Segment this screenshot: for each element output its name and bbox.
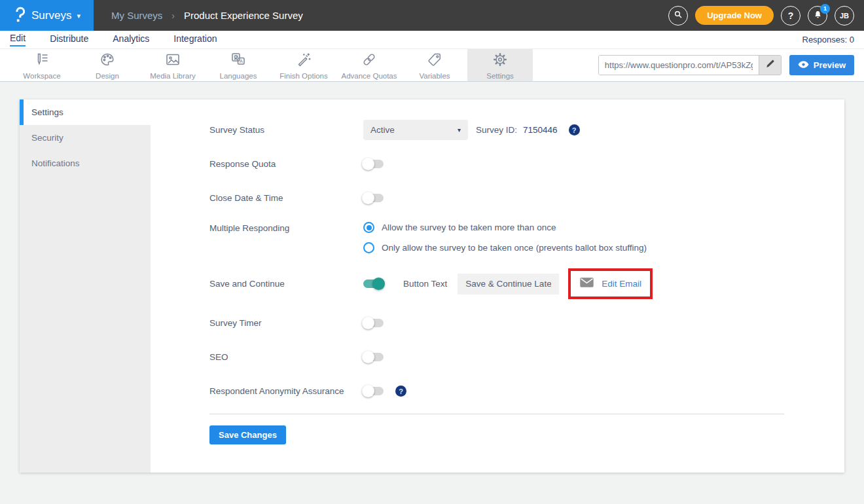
sidebar-item-label: Security — [31, 133, 63, 143]
seo-toggle[interactable] — [363, 353, 384, 361]
save-continue-row: Save and Continue Button Text Edit Email — [209, 268, 844, 299]
breadcrumb-separator-icon: › — [171, 10, 175, 21]
toolbar-tab-design[interactable]: Design — [75, 49, 140, 81]
multiple-responding-label: Multiple Responding — [209, 222, 363, 233]
survey-url-group — [598, 55, 782, 75]
divider — [209, 414, 784, 414]
radio-option-multiple[interactable]: Allow the survey to be taken more than o… — [363, 222, 647, 233]
translate-icon: A — [230, 51, 247, 71]
survey-url-input[interactable] — [599, 56, 759, 75]
edit-toolbar: Workspace Design Media Library — [0, 49, 864, 82]
radio-unselected-icon — [363, 242, 374, 253]
radio-option-label: Allow the survey to be taken more than o… — [382, 223, 556, 232]
close-date-toggle[interactable] — [363, 194, 384, 202]
toolbar-tab-workspace[interactable]: Workspace — [9, 49, 75, 81]
sidebar-item-label: Settings — [31, 107, 63, 117]
survey-status-value: Active — [370, 125, 395, 135]
upgrade-now-button[interactable]: Upgrade Now — [695, 6, 774, 25]
close-date-label: Close Date & Time — [209, 193, 363, 203]
seo-label: SEO — [209, 352, 363, 362]
survey-id-label: Survey ID: — [476, 125, 517, 135]
response-quota-toggle[interactable] — [363, 160, 384, 168]
toolbar-tab-variables[interactable]: Variables — [402, 49, 467, 81]
sidebar-item-settings[interactable]: Settings — [20, 99, 151, 125]
notifications-button[interactable]: 1 — [808, 6, 827, 26]
toolbar-tab-label: Finish Options — [279, 72, 328, 80]
toolbar-tab-label: Workspace — [23, 72, 60, 80]
survey-timer-row: Survey Timer — [209, 313, 844, 333]
multiple-responding-row: Multiple Responding Allow the survey to … — [209, 222, 844, 253]
magic-wand-icon — [295, 51, 312, 71]
toolbar-tab-languages[interactable]: A Languages — [206, 49, 271, 81]
preview-button[interactable]: Preview — [789, 55, 854, 75]
save-continue-label: Save and Continue — [209, 279, 363, 289]
settings-main: Survey Status Active ▾ Survey ID: 715044… — [151, 99, 844, 473]
edit-email-highlight: Edit Email — [568, 268, 653, 299]
preview-label: Preview — [814, 60, 846, 70]
toolbar-tab-label: Settings — [486, 72, 514, 80]
breadcrumb-parent[interactable]: My Surveys — [111, 10, 162, 21]
avatar-initials: JB — [840, 12, 849, 20]
toggle-knob — [362, 317, 374, 329]
toolbar-tab-label: Languages — [220, 72, 257, 80]
tab-distribute[interactable]: Distribute — [50, 33, 88, 46]
radio-option-label: Only allow the survey to be taken once (… — [382, 243, 647, 253]
app-switcher[interactable]: Surveys ▾ — [0, 0, 94, 31]
toolbar-tab-settings[interactable]: Settings — [467, 49, 533, 81]
tab-edit[interactable]: Edit — [10, 33, 26, 46]
topbar-actions: Upgrade Now ? 1 JB — [668, 6, 864, 26]
survey-id: Survey ID: 7150446 ? — [476, 124, 580, 135]
search-button[interactable] — [668, 6, 688, 26]
chain-link-icon — [361, 51, 378, 71]
section-nav: Edit Distribute Analytics Integration Re… — [0, 31, 864, 49]
sidebar-item-label: Notifications — [31, 158, 80, 168]
sidebar-item-notifications[interactable]: Notifications — [20, 151, 151, 176]
tag-icon — [426, 51, 443, 71]
survey-status-label: Survey Status — [209, 125, 363, 135]
content-area: Settings Security Notifications Survey S… — [0, 82, 864, 504]
avatar[interactable]: JB — [835, 6, 854, 26]
survey-timer-toggle[interactable] — [363, 319, 384, 327]
response-quota-label: Response Quota — [209, 159, 363, 169]
toggle-knob — [362, 385, 374, 397]
survey-status-dropdown[interactable]: Active ▾ — [363, 120, 468, 140]
multiple-responding-options: Allow the survey to be taken more than o… — [363, 222, 647, 253]
anonymity-toggle[interactable] — [363, 387, 384, 395]
breadcrumb: My Surveys › Product Experience Survey — [111, 10, 303, 21]
question-mark-icon: ? — [788, 10, 794, 21]
envelope-icon — [579, 277, 594, 291]
edit-email-link[interactable]: Edit Email — [602, 279, 641, 289]
toolbar-tab-advance-quotas[interactable]: Advance Quotas — [336, 49, 402, 81]
toolbar-tab-media-library[interactable]: Media Library — [140, 49, 206, 81]
survey-id-help-icon[interactable]: ? — [569, 124, 580, 135]
radio-option-once[interactable]: Only allow the survey to be taken once (… — [363, 242, 647, 253]
notification-badge: 1 — [820, 4, 830, 14]
breadcrumb-current: Product Experience Survey — [184, 10, 303, 21]
save-continue-toggle[interactable] — [363, 279, 384, 288]
search-icon — [673, 9, 683, 22]
tab-integration[interactable]: Integration — [173, 33, 217, 46]
toolbar-tab-label: Media Library — [150, 72, 196, 80]
toggle-knob — [362, 158, 374, 170]
gear-icon — [492, 51, 509, 71]
anonymity-help-icon[interactable]: ? — [395, 386, 406, 397]
svg-text:A: A — [240, 58, 243, 64]
chevron-down-icon: ▾ — [458, 126, 461, 134]
pencil-icon — [765, 59, 775, 71]
response-quota-row: Response Quota — [209, 154, 844, 174]
edit-url-button[interactable] — [759, 56, 781, 75]
sidebar-item-security[interactable]: Security — [20, 125, 151, 151]
product-name: Surveys — [31, 9, 71, 22]
toggle-knob — [362, 351, 374, 363]
tab-analytics[interactable]: Analytics — [113, 33, 149, 46]
close-date-row: Close Date & Time — [209, 188, 844, 208]
survey-status-row: Survey Status Active ▾ Survey ID: 715044… — [209, 120, 844, 140]
toolbar-tab-finish-options[interactable]: Finish Options — [271, 49, 336, 81]
toggle-knob — [372, 278, 385, 290]
button-text-input[interactable] — [458, 274, 559, 295]
help-button[interactable]: ? — [781, 6, 801, 26]
radio-selected-icon — [363, 222, 374, 233]
toolbar-tab-label: Advance Quotas — [341, 72, 397, 80]
save-changes-button[interactable]: Save Changes — [209, 425, 286, 444]
anonymity-row: Respondent Anonymity Assurance ? — [209, 381, 844, 401]
